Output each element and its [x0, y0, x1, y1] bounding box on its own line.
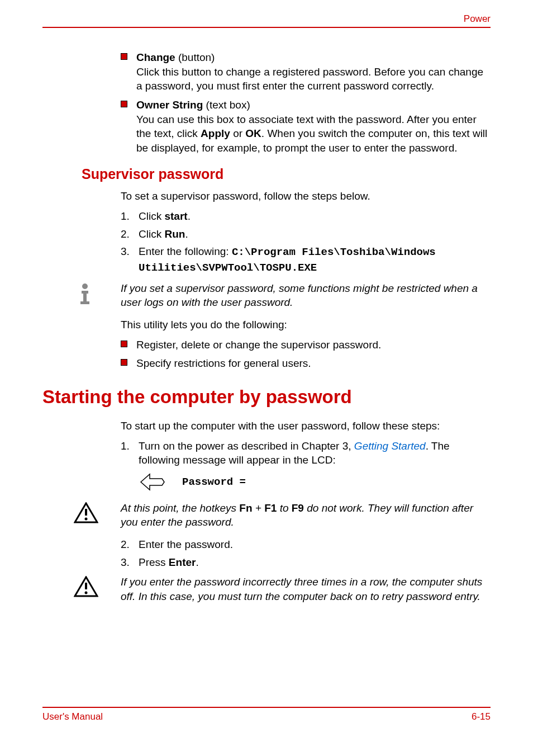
content-block: Change (button) Click this button to cha… [42, 50, 491, 155]
step-3: 3. Enter the following: C:\Program Files… [121, 244, 491, 275]
starting-intro: To start up the computer with the user p… [121, 419, 491, 433]
starting-steps-cont: 2. Enter the password. 3. Press Enter. [42, 537, 491, 569]
page-header: Power [42, 13, 491, 28]
hand-point-icon [139, 472, 165, 492]
svg-point-0 [82, 284, 88, 289]
bullet-text: Owner String (text box) You can use this… [136, 98, 491, 155]
svg-rect-6 [85, 583, 87, 589]
warning-1-text: At this point, the hotkeys Fn + F1 to F9… [121, 501, 491, 530]
bullet-owner-string: Owner String (text box) You can use this… [121, 98, 491, 155]
warning-icon [74, 576, 98, 598]
supervisor-body: To set a supervisor password, follow the… [42, 189, 491, 275]
square-bullet-icon [121, 53, 127, 60]
step-2: 2. Click Run. [121, 227, 491, 242]
password-label: Password = [182, 476, 246, 488]
bullet-text: Change (button) Click this button to cha… [136, 50, 491, 93]
heading-supervisor-password: Supervisor password [82, 166, 491, 182]
warning-icon [74, 502, 98, 525]
svg-rect-2 [83, 291, 87, 303]
sub-bullet-2: Specify restrictions for general users. [121, 356, 491, 371]
info-note: If you set a supervisor password, some f… [42, 281, 491, 310]
starting-step-2: 2. Enter the password. [121, 537, 491, 552]
header-section: Power [464, 13, 491, 25]
starting-body: To start up the computer with the user p… [42, 419, 491, 492]
step-1: 1. Click start. [121, 209, 491, 224]
warning-note-1: At this point, the hotkeys Fn + F1 to F9… [42, 501, 491, 530]
starting-step-1: 1. Turn on the power as described in Cha… [121, 439, 491, 467]
page-footer: User's Manual 6-15 [42, 707, 491, 722]
heading-starting-by-password: Starting the computer by password [42, 386, 491, 408]
svg-point-5 [85, 517, 88, 520]
link-getting-started[interactable]: Getting Started [354, 440, 426, 452]
svg-point-7 [85, 592, 88, 594]
starting-step-3: 3. Press Enter. [121, 555, 491, 570]
footer-right: 6-15 [472, 711, 491, 722]
supervisor-after: This utility lets you do the following: … [42, 318, 491, 371]
supervisor-after-text: This utility lets you do the following: [121, 318, 491, 332]
warning-note-2: If you enter the password incorrectly th… [42, 575, 491, 603]
footer-left: User's Manual [42, 711, 103, 722]
sub-bullet-1: Register, delete or change the superviso… [121, 338, 491, 352]
info-icon [74, 282, 96, 305]
warning-2-text: If you enter the password incorrectly th… [121, 575, 491, 603]
svg-rect-4 [85, 509, 87, 516]
password-prompt-row: Password = [139, 472, 491, 492]
square-bullet-icon [121, 359, 127, 366]
square-bullet-icon [121, 101, 127, 107]
supervisor-intro: To set a supervisor password, follow the… [121, 189, 491, 204]
square-bullet-icon [121, 341, 127, 347]
svg-rect-3 [80, 301, 89, 304]
info-note-text: If you set a supervisor password, some f… [121, 281, 491, 310]
bullet-change: Change (button) Click this button to cha… [121, 50, 491, 93]
